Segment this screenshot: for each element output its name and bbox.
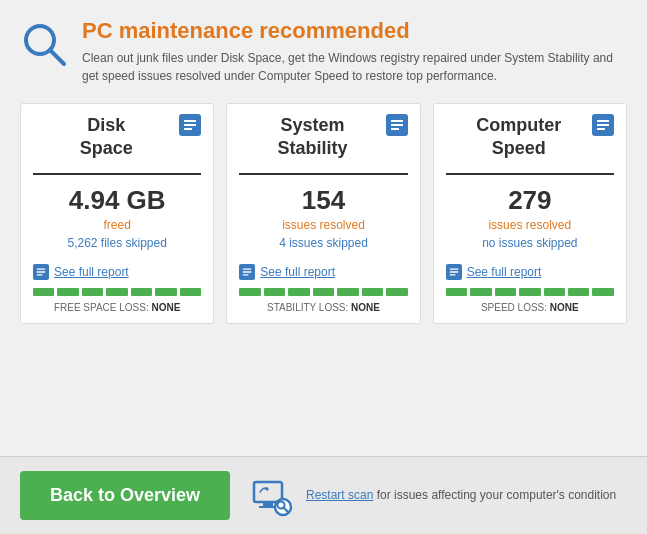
svg-rect-8 — [391, 120, 403, 122]
svg-rect-21 — [263, 502, 273, 506]
header-description: Clean out junk files under Disk Space, g… — [82, 49, 627, 85]
disk-space-sub: freed — [33, 218, 201, 232]
svg-rect-13 — [243, 274, 249, 275]
stab-prog-3 — [288, 288, 309, 296]
stab-prog-6 — [362, 288, 383, 296]
svg-rect-3 — [184, 124, 196, 126]
computer-speed-card: ComputerSpeed 279 issues resolved no iss… — [433, 103, 627, 324]
computer-speed-value: 279 — [446, 185, 614, 216]
speed-prog-1 — [446, 288, 467, 296]
svg-rect-4 — [184, 128, 192, 130]
svg-rect-14 — [597, 120, 609, 122]
disk-space-report-link[interactable]: See full report — [54, 265, 129, 279]
svg-rect-9 — [391, 124, 403, 126]
bottom-bar: Back to Overview Restart scan for issues… — [0, 456, 647, 534]
system-stability-skipped: 4 issues skipped — [239, 236, 407, 250]
speed-prog-6 — [568, 288, 589, 296]
computer-speed-report-icon — [446, 264, 462, 280]
speed-prog-3 — [495, 288, 516, 296]
cards-row: DiskSpace 4.94 GB freed 5,262 files skip… — [20, 103, 627, 324]
svg-rect-10 — [391, 128, 399, 130]
system-stability-icon-btn[interactable] — [386, 114, 408, 136]
svg-rect-20 — [254, 482, 282, 502]
stab-prog-2 — [264, 288, 285, 296]
computer-speed-skipped: no issues skipped — [446, 236, 614, 250]
speed-prog-2 — [470, 288, 491, 296]
speed-prog-4 — [519, 288, 540, 296]
disk-space-value: 4.94 GB — [33, 185, 201, 216]
system-stability-card-header: SystemStability — [239, 114, 407, 161]
disk-space-card-header: DiskSpace — [33, 114, 201, 161]
header-section: PC maintenance recommended Clean out jun… — [20, 18, 627, 85]
svg-rect-5 — [37, 268, 46, 269]
svg-rect-12 — [243, 271, 252, 272]
header-text: PC maintenance recommended Clean out jun… — [82, 18, 627, 85]
page-title: PC maintenance recommended — [82, 18, 627, 44]
system-stability-sub: issues resolved — [239, 218, 407, 232]
disk-space-icon-btn[interactable] — [179, 114, 201, 136]
restart-text: Restart scan for issues affecting your c… — [306, 486, 616, 505]
svg-rect-7 — [37, 274, 43, 275]
system-stability-footer: STABILITY LOSS: NONE — [239, 302, 407, 313]
progress-seg-6 — [155, 288, 176, 296]
stab-prog-5 — [337, 288, 358, 296]
disk-space-progress — [33, 288, 201, 296]
progress-seg-4 — [106, 288, 127, 296]
system-stability-title: SystemStability — [239, 114, 385, 161]
svg-rect-16 — [597, 128, 605, 130]
computer-speed-footer: SPEED LOSS: NONE — [446, 302, 614, 313]
system-stability-report-icon — [239, 264, 255, 280]
computer-speed-sub: issues resolved — [446, 218, 614, 232]
disk-space-report-icon — [33, 264, 49, 280]
restart-section: Restart scan for issues affecting your c… — [250, 474, 616, 518]
back-to-overview-button[interactable]: Back to Overview — [20, 471, 230, 520]
system-stability-report-section: See full report — [239, 260, 407, 280]
restart-scan-icon — [250, 474, 294, 518]
restart-text-rest: for issues affecting your computer's con… — [373, 488, 616, 502]
progress-seg-1 — [33, 288, 54, 296]
system-stability-report-link[interactable]: See full report — [260, 265, 335, 279]
svg-rect-18 — [449, 271, 458, 272]
computer-speed-report-section: See full report — [446, 260, 614, 280]
svg-rect-6 — [37, 271, 46, 272]
speed-prog-5 — [544, 288, 565, 296]
progress-seg-7 — [180, 288, 201, 296]
disk-space-card: DiskSpace 4.94 GB freed 5,262 files skip… — [20, 103, 214, 324]
system-stability-progress — [239, 288, 407, 296]
svg-rect-11 — [243, 268, 252, 269]
computer-speed-title: ComputerSpeed — [446, 114, 592, 161]
progress-seg-2 — [57, 288, 78, 296]
speed-prog-7 — [592, 288, 613, 296]
stab-prog-7 — [386, 288, 407, 296]
stab-prog-4 — [313, 288, 334, 296]
system-stability-value: 154 — [239, 185, 407, 216]
svg-rect-15 — [597, 124, 609, 126]
svg-rect-19 — [449, 274, 455, 275]
disk-space-title: DiskSpace — [33, 114, 179, 161]
system-stability-card: SystemStability 154 issues resolved 4 is… — [226, 103, 420, 324]
computer-speed-progress — [446, 288, 614, 296]
svg-rect-2 — [184, 120, 196, 122]
restart-scan-link[interactable]: Restart scan — [306, 488, 373, 502]
stab-prog-1 — [239, 288, 260, 296]
svg-rect-17 — [449, 268, 458, 269]
computer-speed-card-header: ComputerSpeed — [446, 114, 614, 161]
main-container: PC maintenance recommended Clean out jun… — [0, 0, 647, 456]
progress-seg-5 — [131, 288, 152, 296]
svg-line-1 — [50, 50, 64, 64]
computer-speed-report-link[interactable]: See full report — [467, 265, 542, 279]
disk-space-report-section: See full report — [33, 260, 201, 280]
disk-space-footer: FREE SPACE LOSS: NONE — [33, 302, 201, 313]
disk-space-skipped: 5,262 files skipped — [33, 236, 201, 250]
pc-maintenance-icon — [20, 20, 68, 68]
computer-speed-icon-btn[interactable] — [592, 114, 614, 136]
progress-seg-3 — [82, 288, 103, 296]
